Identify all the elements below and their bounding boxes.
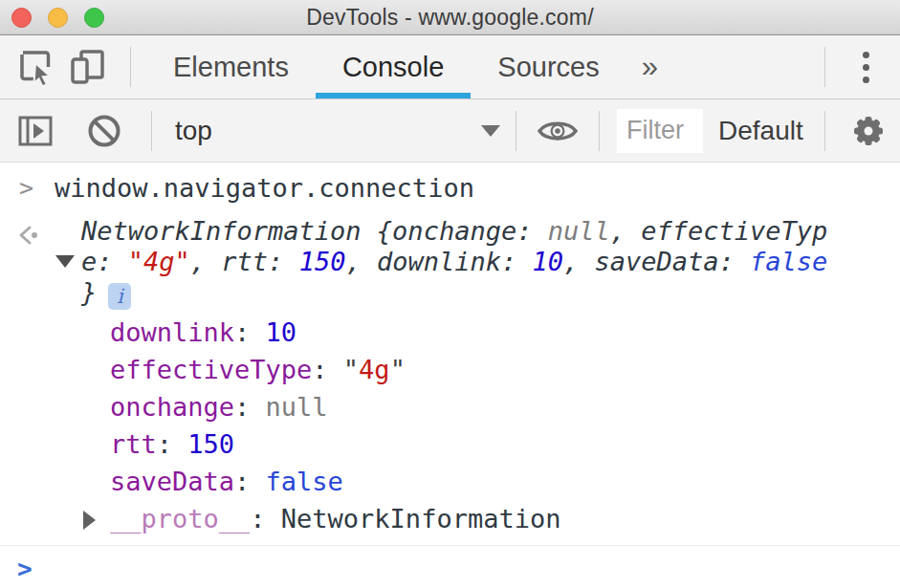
context-selector-value: top <box>175 116 212 146</box>
token-plain: , <box>190 247 222 276</box>
token-null: null <box>548 216 610 246</box>
log-levels-dropdown[interactable]: Default <box>718 116 803 146</box>
minimize-window-icon[interactable] <box>48 8 68 28</box>
filter-input[interactable] <box>617 109 703 153</box>
window-title: DevTools - www.google.com/ <box>306 5 593 31</box>
token-plain: : <box>268 247 299 276</box>
create-live-expression-icon[interactable] <box>534 109 582 153</box>
toggle-device-toolbar-icon[interactable] <box>65 44 111 90</box>
console-prompt-row[interactable]: > <box>0 546 900 583</box>
token-plain: } <box>81 277 97 307</box>
toolbar-divider <box>151 111 152 151</box>
toolbar-divider <box>130 47 131 87</box>
token-number: 150 <box>299 247 346 276</box>
property-key: onchange <box>110 392 234 422</box>
property-key: rtt <box>110 429 157 459</box>
console-input-echo-row: > window.navigator.connection <box>0 163 900 210</box>
property-row[interactable]: saveData: false <box>110 463 900 500</box>
token-plain: : <box>719 247 751 276</box>
chevron-down-icon <box>481 125 500 137</box>
object-preview-line: }i <box>81 277 900 310</box>
property-row[interactable]: onchange: null <box>110 388 900 425</box>
token-plain: : <box>234 317 266 347</box>
console-toolbar: top Default <box>0 99 900 163</box>
token-plain: downlink <box>377 247 501 276</box>
object-preview-line: e: "4g", rtt: 150, downlink: 10, saveDat… <box>81 247 900 277</box>
token-quote: " <box>343 355 359 384</box>
object-preview-line: NetworkInformation {onchange: null, effe… <box>81 216 900 247</box>
evaluated-expression: window.navigator.connection <box>55 172 900 205</box>
token-boolean: false <box>750 247 827 276</box>
token-quote: " <box>390 355 406 384</box>
return-value-icon <box>0 216 55 541</box>
token-plain: : <box>234 467 266 496</box>
inspect-element-icon[interactable] <box>13 44 59 90</box>
token-number: 10 <box>266 317 297 347</box>
toolbar-divider <box>824 111 825 151</box>
tab-console[interactable]: Console <box>316 35 471 98</box>
more-panels-chevron-icon[interactable]: » <box>632 50 668 84</box>
token-string: "4g" <box>128 247 190 276</box>
token-null: null <box>266 392 328 422</box>
property-row[interactable]: effectiveType: "4g" <box>110 351 900 388</box>
javascript-context-selector[interactable]: top <box>175 116 500 146</box>
console-messages-pane: > window.navigator.connection NetworkInf… <box>0 163 900 588</box>
token-plain: , <box>563 247 595 276</box>
toolbar-divider <box>516 111 516 151</box>
property-key: saveData <box>110 467 234 496</box>
panel-tabs: Elements Console Sources <box>146 35 626 98</box>
token-plain: : <box>516 216 548 246</box>
token-plain: : <box>157 429 188 459</box>
expand-arrow-icon[interactable] <box>83 511 96 530</box>
tab-sources[interactable]: Sources <box>471 35 626 98</box>
token-boolean: false <box>266 467 343 496</box>
collapse-arrow-icon[interactable] <box>55 255 75 268</box>
token-plain: , <box>610 216 642 246</box>
token-number: 10 <box>532 247 563 276</box>
token-plain: NetworkInformation <box>81 216 377 246</box>
token-plain: : <box>97 247 128 276</box>
toolbar-divider <box>824 47 825 87</box>
zoom-window-icon[interactable] <box>84 8 104 28</box>
token-plain: : <box>501 247 533 276</box>
evaluation-info-icon[interactable]: i <box>108 283 131 310</box>
token-plain: , <box>345 247 377 276</box>
property-row[interactable]: downlink: 10 <box>110 314 900 351</box>
token-number: 150 <box>187 429 234 459</box>
token-plain: : <box>312 355 343 384</box>
object-properties: downlink: 10effectiveType: "4g"onchange:… <box>81 314 900 541</box>
token-plain: effectiveTyp <box>641 216 827 246</box>
window-titlebar: DevTools - www.google.com/ <box>0 0 900 35</box>
token-plain: : <box>234 392 266 422</box>
property-key: __proto__ <box>110 504 250 534</box>
property-row[interactable]: __proto__: NetworkInformation <box>110 500 900 537</box>
property-key: downlink <box>110 317 234 347</box>
token-string: 4g <box>359 355 390 384</box>
toolbar-divider <box>599 111 600 151</box>
property-row[interactable]: rtt: 150 <box>110 425 900 463</box>
token-plain: saveData <box>595 247 719 276</box>
console-prompt-icon: > <box>0 555 33 583</box>
token-plain: : <box>250 504 281 534</box>
token-plain: e <box>81 247 97 276</box>
input-prompt-icon: > <box>0 172 55 205</box>
close-window-icon[interactable] <box>11 8 32 28</box>
property-key: effectiveType <box>110 355 312 384</box>
token-plain: {onchange <box>377 216 516 246</box>
token-plain: NetworkInformation <box>281 504 561 534</box>
object-preview[interactable]: NetworkInformation {onchange: null, effe… <box>55 216 900 541</box>
token-plain: rtt <box>221 247 268 276</box>
console-settings-gear-icon[interactable] <box>846 109 890 153</box>
tab-elements[interactable]: Elements <box>146 35 316 98</box>
clear-console-icon[interactable] <box>82 109 126 153</box>
traffic-lights <box>11 8 104 28</box>
devtools-main-toolbar: Elements Console Sources » <box>0 35 900 99</box>
customize-devtools-menu-icon[interactable] <box>845 44 887 90</box>
console-result-row: NetworkInformation {onchange: null, effe… <box>0 210 900 545</box>
show-console-sidebar-icon[interactable] <box>13 109 57 153</box>
console-entry: > window.navigator.connection NetworkInf… <box>0 163 900 546</box>
